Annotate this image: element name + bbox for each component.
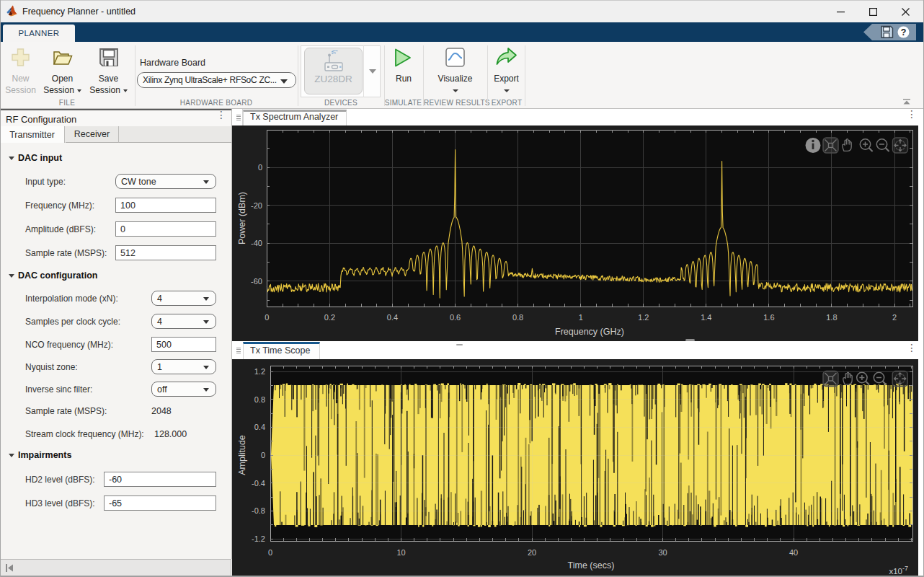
svg-text:1.2: 1.2 [254,367,265,376]
svg-text:Power (dBm): Power (dBm) [237,192,247,245]
svg-text:Frequency (GHz): Frequency (GHz) [555,327,624,337]
svg-text:-20: -20 [251,201,262,210]
svg-text:0: 0 [261,451,265,459]
svg-text:0.4: 0.4 [254,423,265,431]
svg-text:1.2: 1.2 [638,313,649,322]
svg-text:?: ? [901,27,907,38]
svg-text:0.4: 0.4 [387,313,398,322]
svg-text:20: 20 [528,548,536,557]
svg-text:0.2: 0.2 [324,313,335,322]
svg-text:Time (secs): Time (secs) [568,560,615,571]
svg-text:0.6: 0.6 [450,313,461,322]
svg-text:40: 40 [789,548,798,557]
svg-text:1.4: 1.4 [701,313,711,322]
svg-text:1.6: 1.6 [763,313,774,322]
svg-text:0: 0 [268,548,272,557]
svg-text:0: 0 [265,313,269,322]
svg-text:Amplitude: Amplitude [237,435,247,475]
svg-text:-0.4: -0.4 [252,479,265,488]
svg-text:-1.2: -1.2 [252,534,265,543]
svg-text:1.8: 1.8 [826,313,837,322]
svg-text:-40: -40 [251,239,262,247]
svg-text:10: 10 [396,548,405,557]
svg-text:30: 30 [658,548,667,557]
svg-text:1: 1 [579,313,583,322]
svg-text:-0.8: -0.8 [252,506,265,515]
svg-text:0.8: 0.8 [254,395,265,404]
svg-text:0.8: 0.8 [512,313,523,322]
svg-text:-60: -60 [251,277,262,286]
svg-text:2: 2 [892,313,897,322]
svg-text:0: 0 [258,163,262,172]
